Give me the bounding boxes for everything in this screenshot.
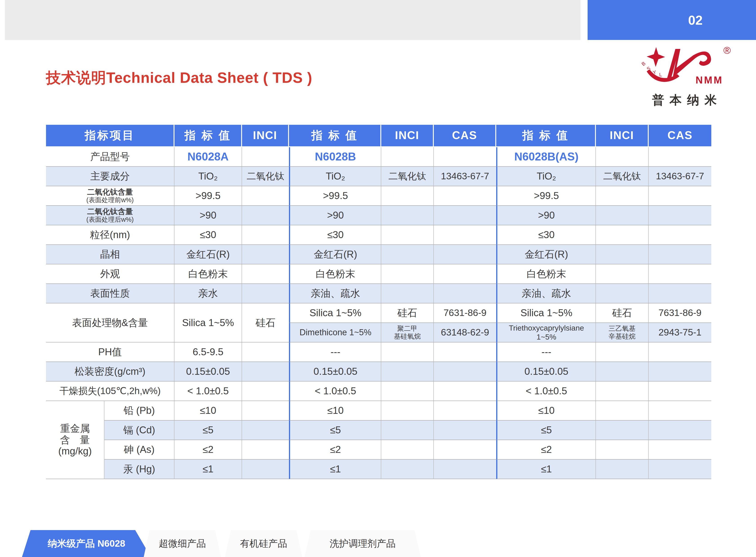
model-as: N6028B(AS) xyxy=(496,147,596,167)
hm-label-line: 含 量 xyxy=(60,434,90,446)
row-label: 松装密度(g/cm³) xyxy=(46,362,174,382)
value-cell: >99.5 xyxy=(289,186,381,206)
inci-cell xyxy=(596,186,649,206)
row-label: 外观 xyxy=(46,264,174,284)
row-label: 铅 (Pb) xyxy=(104,401,174,420)
inci-cell xyxy=(596,362,649,382)
cas-cell xyxy=(434,225,496,245)
inci-cell: 硅石 xyxy=(596,303,649,323)
row-label: 镉 (Cd) xyxy=(104,420,174,440)
cas-cell xyxy=(649,225,711,245)
cas-cell: 13463-67-7 xyxy=(649,167,711,186)
inci-cell xyxy=(381,206,434,225)
cas-cell: 63148-62-9 xyxy=(434,323,496,343)
inci-cell xyxy=(596,401,649,420)
row-label-sub: (表面处理前w%) xyxy=(86,196,134,204)
inci-cell xyxy=(596,382,649,401)
hm-label-line: 重金属 xyxy=(60,423,90,434)
value-cell: Triethoxycaprylylsiane 1~5% xyxy=(496,323,596,343)
value-cell: TiO₂ xyxy=(289,167,381,186)
row-label: 汞 (Hg) xyxy=(104,460,174,479)
company-logo: B S Y L NMM ® 普本纳米 xyxy=(640,43,734,110)
inci-cell xyxy=(596,420,649,440)
value-cell: 6.5-9.5 xyxy=(174,343,242,362)
inci-cell xyxy=(242,264,289,284)
value-cell: 白色粉末 xyxy=(174,264,242,284)
value-cell: 金红石(R) xyxy=(174,245,242,264)
inci-cell xyxy=(381,460,434,479)
tab-nano-product[interactable]: 纳米级产品 N6028 xyxy=(22,530,151,557)
inci-cell xyxy=(381,440,434,460)
value-cell: < 1.0±0.5 xyxy=(496,382,596,401)
header-item: 指标项目 xyxy=(46,125,174,147)
inci-cell xyxy=(242,225,289,245)
value-cell: ≤10 xyxy=(496,401,596,420)
header-cas-b: CAS xyxy=(434,125,496,147)
header-inci-a: INCI xyxy=(242,125,289,147)
inci-cell xyxy=(242,186,289,206)
inci-cell xyxy=(242,460,289,479)
value-cell: ≤5 xyxy=(289,420,381,440)
header-inci-as: INCI xyxy=(596,125,649,147)
value-line: Triethoxycaprylylsiane xyxy=(509,324,584,332)
header-value-b: 指 标 值 xyxy=(289,125,381,147)
value-cell: 0.15±0.05 xyxy=(174,362,242,382)
tds-table: 指标项目 指 标 值 INCI 指 标 值 INCI CAS 指 标 值 INC… xyxy=(46,125,711,479)
cas-cell xyxy=(649,420,711,440)
value-cell: ≤10 xyxy=(174,401,242,420)
page-number-badge: 02 xyxy=(588,0,756,40)
value-cell: Dimethicone 1~5% xyxy=(289,323,381,343)
value-cell: ≤30 xyxy=(174,225,242,245)
inci-cell xyxy=(596,343,649,362)
value-cell: >99.5 xyxy=(174,186,242,206)
inci-cell xyxy=(242,362,289,382)
inci-line: 辛基硅烷 xyxy=(609,332,636,341)
cas-cell xyxy=(649,401,711,420)
header-value-as: 指 标 值 xyxy=(496,125,596,147)
cas-cell xyxy=(649,460,711,479)
inci-cell xyxy=(596,440,649,460)
row-label-main: 二氧化钛含量 xyxy=(87,207,133,216)
header-cas-as: CAS xyxy=(649,125,711,147)
top-band xyxy=(5,0,581,40)
value-line: 1~5% xyxy=(537,332,556,341)
value-cell: 0.15±0.05 xyxy=(496,362,596,382)
inci-cell: 二氧化钛 xyxy=(242,167,289,186)
inci-cell xyxy=(381,420,434,440)
value-cell: 金红石(R) xyxy=(496,245,596,264)
tab-care-conditioner-product[interactable]: 洗护调理剂产品 xyxy=(305,530,421,557)
value-cell: Silica 1~5% xyxy=(496,303,596,323)
cas-cell: 2943-75-1 xyxy=(649,323,711,343)
value-cell: 金红石(R) xyxy=(289,245,381,264)
row-label: 晶相 xyxy=(46,245,174,264)
cas-cell xyxy=(434,460,496,479)
hm-label-line: (mg/kg) xyxy=(58,445,92,457)
inci-cell xyxy=(381,284,434,303)
cas-cell: 13463-67-7 xyxy=(434,167,496,186)
cas-cell: 7631-86-9 xyxy=(434,303,496,323)
value-cell: >90 xyxy=(496,206,596,225)
cas-cell xyxy=(649,206,711,225)
value-cell: --- xyxy=(289,343,381,362)
inci-cell xyxy=(381,245,434,264)
inci-cell: 二氧化钛 xyxy=(381,167,434,186)
row-label: 表面性质 xyxy=(46,284,174,303)
page-number: 02 xyxy=(688,12,703,28)
tab-ultrafine-product[interactable]: 超微细产品 xyxy=(144,530,221,557)
cas-cell xyxy=(434,284,496,303)
inci-cell xyxy=(381,343,434,362)
value-cell: ≤2 xyxy=(289,440,381,460)
inci-cell: 二氧化钛 xyxy=(596,167,649,186)
inci-cell xyxy=(242,343,289,362)
row-label: 干燥损失(105℃,2h,w%) xyxy=(46,382,174,401)
header-value-a: 指 标 值 xyxy=(174,125,242,147)
row-label: 产品型号 xyxy=(46,147,174,167)
inci-cell xyxy=(381,382,434,401)
tab-silicone-product[interactable]: 有机硅产品 xyxy=(225,530,302,557)
cas-cell xyxy=(434,343,496,362)
inci-cell: 硅石 xyxy=(242,303,289,343)
value-cell: >90 xyxy=(174,206,242,225)
inci-cell xyxy=(596,225,649,245)
cas-cell xyxy=(649,343,711,362)
inci-cell xyxy=(596,147,649,167)
